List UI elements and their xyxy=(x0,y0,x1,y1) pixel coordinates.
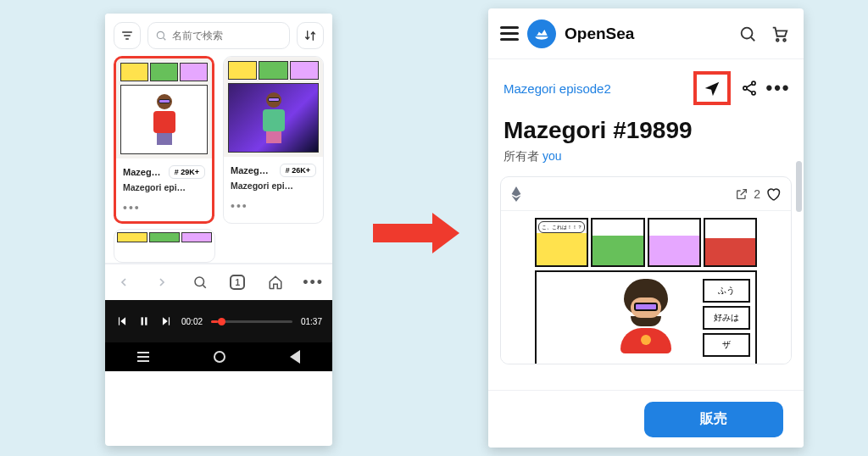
back-button[interactable] xyxy=(112,270,136,294)
svg-line-4 xyxy=(164,38,166,41)
pause-icon xyxy=(138,315,150,327)
svg-point-16 xyxy=(783,38,786,41)
cart-button[interactable] xyxy=(768,22,792,46)
tabs-button[interactable]: 1 xyxy=(225,270,249,294)
play-pause-button[interactable] xyxy=(137,314,151,328)
collection-name: Mazegori epi… xyxy=(123,182,205,192)
more-horizontal-icon: ••• xyxy=(303,274,324,292)
svg-point-15 xyxy=(776,38,779,41)
asset-detail-screen: OpenSea Mazegori episode2 ••• Mazegori #… xyxy=(488,8,804,448)
app-header: OpenSea xyxy=(488,8,804,59)
sell-button[interactable]: 販売 xyxy=(644,402,783,437)
transfer-button[interactable] xyxy=(693,71,731,105)
skip-forward-icon xyxy=(160,315,172,327)
total-time: 01:37 xyxy=(301,317,322,326)
hamburger-icon xyxy=(500,26,519,41)
sort-button[interactable] xyxy=(297,22,324,49)
comic-main-panel: ふう 好みは ザ xyxy=(535,270,757,364)
comic-text-box: ザ xyxy=(703,333,750,357)
speech-bubble: こ、これは！！？ xyxy=(538,221,585,233)
svg-rect-12 xyxy=(169,317,170,325)
asset-card: 2 こ、これは！！？ ふう xyxy=(500,176,792,364)
open-external-button[interactable] xyxy=(735,187,748,201)
search-field[interactable] xyxy=(147,22,290,49)
search-input[interactable] xyxy=(172,30,282,42)
header-search-button[interactable] xyxy=(736,22,760,46)
browser-menu-button[interactable]: ••• xyxy=(302,270,326,294)
search-icon xyxy=(192,275,208,290)
asset-image: こ、これは！！？ ふう 好みは ザ xyxy=(501,211,791,364)
external-link-icon xyxy=(735,187,748,201)
seek-bar[interactable] xyxy=(211,320,292,323)
menu-button[interactable] xyxy=(500,26,519,41)
search-icon xyxy=(738,25,757,43)
owner-line: 所有者 you xyxy=(504,149,788,164)
prev-track-button[interactable] xyxy=(115,314,129,328)
svg-line-14 xyxy=(751,37,754,41)
opensea-logo[interactable] xyxy=(527,19,556,48)
sort-icon xyxy=(303,29,317,42)
comic-figure xyxy=(151,94,178,145)
comic-side-panels: ふう 好みは ザ xyxy=(703,279,750,357)
back-system-button[interactable] xyxy=(290,350,300,364)
forward-button[interactable] xyxy=(150,270,174,294)
home-system-button[interactable] xyxy=(214,351,225,363)
recents-button[interactable] xyxy=(137,352,149,362)
comic-character xyxy=(612,279,680,353)
home-icon xyxy=(268,275,283,290)
share-button[interactable] xyxy=(739,78,760,98)
send-icon xyxy=(703,79,721,97)
svg-marker-11 xyxy=(163,317,168,325)
elapsed-time: 00:02 xyxy=(181,317,203,326)
card-more-button[interactable]: ••• xyxy=(116,197,212,221)
home-button[interactable] xyxy=(264,270,287,294)
bottom-action-bar: 販売 xyxy=(488,390,804,448)
svg-line-6 xyxy=(203,285,205,287)
chevron-right-icon xyxy=(155,275,169,289)
tab-count: 1 xyxy=(230,275,245,290)
share-icon xyxy=(741,80,758,97)
comic-text-box: 好みは xyxy=(703,306,750,330)
svg-line-21 xyxy=(747,89,753,92)
gallery-screen: Mazeg… # 29K+ Mazegori epi… ••• xyxy=(105,14,332,446)
svg-point-3 xyxy=(157,31,164,38)
collection-name: Mazegori epi… xyxy=(231,181,316,191)
owner-label: 所有者 xyxy=(504,149,539,163)
svg-line-20 xyxy=(747,84,753,87)
comic-text-box: ふう xyxy=(703,279,750,303)
nft-grid-row2 xyxy=(105,224,332,263)
browser-search-button[interactable] xyxy=(188,270,212,294)
nft-grid: Mazeg… # 29K+ Mazegori epi… ••• xyxy=(105,56,332,224)
comic-strip: こ、これは！！？ xyxy=(535,218,757,267)
ship-icon xyxy=(533,25,550,42)
svg-marker-23 xyxy=(512,195,521,201)
comic-figure xyxy=(260,92,287,143)
nft-card[interactable]: Mazeg… # 26K+ Mazegori epi… ••• xyxy=(223,56,324,224)
more-horizontal-icon: ••• xyxy=(765,77,790,99)
svg-marker-7 xyxy=(120,317,125,325)
more-button[interactable]: ••• xyxy=(768,78,788,98)
svg-marker-22 xyxy=(512,186,521,197)
nft-name: Mazeg… xyxy=(123,167,161,177)
media-player: 00:02 01:37 xyxy=(105,300,332,342)
like-button[interactable] xyxy=(765,186,781,202)
cart-icon xyxy=(771,25,789,43)
nft-card[interactable]: Mazeg… # 29K+ Mazegori epi… ••• xyxy=(114,56,214,224)
nft-card-peek[interactable] xyxy=(114,229,215,263)
heart-icon xyxy=(765,186,781,202)
card-more-button[interactable]: ••• xyxy=(224,196,323,220)
filter-button[interactable] xyxy=(114,22,141,49)
svg-rect-9 xyxy=(142,317,143,325)
owner-link[interactable]: you xyxy=(542,149,562,163)
next-track-button[interactable] xyxy=(159,314,173,328)
asset-title: Mazegori #19899 xyxy=(504,117,788,144)
asset-meta: Mazegori episode2 ••• xyxy=(488,59,804,105)
svg-point-13 xyxy=(742,27,753,38)
scrollbar-thumb[interactable] xyxy=(796,161,802,212)
search-icon xyxy=(155,30,167,42)
svg-rect-10 xyxy=(145,317,147,325)
nft-thumbnail xyxy=(224,57,323,157)
collection-link[interactable]: Mazegori episode2 xyxy=(504,81,685,96)
rank-badge: # 26K+ xyxy=(280,164,316,177)
flow-arrow xyxy=(373,215,466,251)
